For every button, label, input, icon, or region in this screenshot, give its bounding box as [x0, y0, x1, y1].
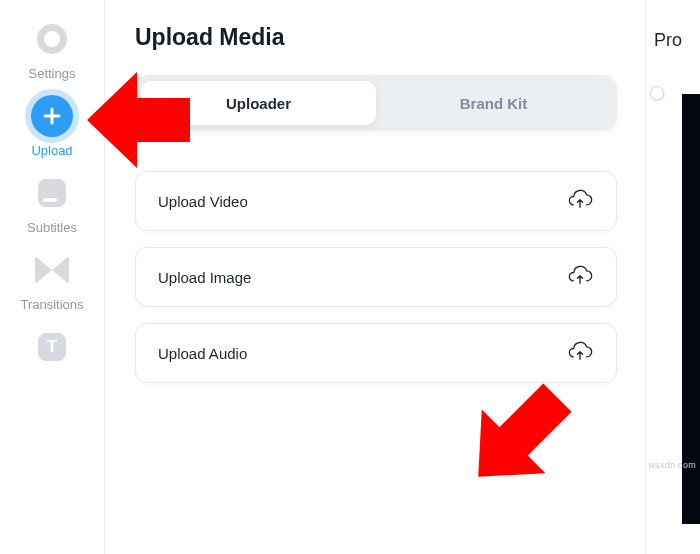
sidebar-item-label: Subtitles	[27, 220, 77, 235]
sidebar: Settings Upload Subtitles Transitions T	[0, 0, 105, 554]
upload-media-panel: Upload Media Uploader Brand Kit Upload V…	[105, 0, 645, 554]
sidebar-item-label: Upload	[31, 143, 72, 158]
upload-row-label: Upload Audio	[158, 345, 247, 362]
sidebar-item-subtitles[interactable]: Subtitles	[0, 172, 104, 235]
sidebar-item-text[interactable]: T	[0, 326, 104, 368]
upload-row-label: Upload Video	[158, 193, 248, 210]
upload-image-button[interactable]: Upload Image	[135, 247, 617, 307]
watermark-text: wsxdn.com	[648, 460, 696, 470]
sidebar-item-transitions[interactable]: Transitions	[0, 249, 104, 312]
right-strip: Pro wsxdn.com	[645, 0, 700, 554]
sidebar-item-upload[interactable]: Upload	[0, 95, 104, 158]
plus-icon	[31, 95, 73, 137]
slider-knob[interactable]	[650, 86, 664, 100]
transitions-icon	[31, 249, 73, 291]
cloud-upload-icon	[566, 189, 594, 213]
page-title: Upload Media	[135, 24, 617, 51]
upload-video-button[interactable]: Upload Video	[135, 171, 617, 231]
subtitles-icon	[31, 172, 73, 214]
cloud-upload-icon	[566, 265, 594, 289]
tab-container: Uploader Brand Kit	[135, 75, 617, 131]
upload-audio-button[interactable]: Upload Audio	[135, 323, 617, 383]
tab-uploader[interactable]: Uploader	[141, 81, 376, 125]
sidebar-item-settings[interactable]: Settings	[0, 18, 104, 81]
text-icon: T	[31, 326, 73, 368]
cloud-upload-icon	[566, 341, 594, 365]
settings-icon	[31, 18, 73, 60]
sidebar-item-label: Transitions	[20, 297, 83, 312]
preview-header-label: Pro	[646, 0, 700, 51]
sidebar-item-label: Settings	[29, 66, 76, 81]
upload-row-label: Upload Image	[158, 269, 251, 286]
upload-list: Upload Video Upload Image Upload Audio	[135, 171, 617, 383]
tab-brand-kit[interactable]: Brand Kit	[376, 81, 611, 125]
